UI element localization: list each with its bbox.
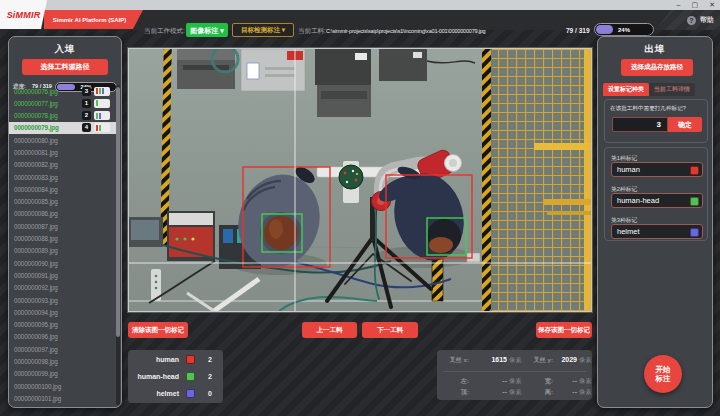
file-name: 0000000095.jpg: [14, 321, 58, 328]
tab-set-mark-types[interactable]: 设置标记种类: [603, 83, 649, 96]
previous-item-button[interactable]: 上一工料: [302, 322, 357, 338]
file-row[interactable]: 0000000090.jpg: [9, 257, 117, 269]
file-name: 00000000100.jpg: [14, 383, 61, 390]
inbound-panel: 入埠 选择工料源路径 进度: 79 / 319 24% 0000000076.j…: [8, 36, 122, 408]
annotation-count-badge: 3: [82, 87, 91, 96]
file-row[interactable]: 0000000077.jpg1: [9, 97, 117, 109]
file-row[interactable]: 00000000101.jpg: [9, 392, 117, 404]
file-row[interactable]: 0000000079.jpg4: [9, 122, 117, 134]
mark-color-swatch[interactable]: [690, 197, 699, 206]
class-color-chip: [94, 87, 110, 96]
file-name: 0000000084.jpg: [14, 186, 58, 193]
coordinates-panel: 叉丝 x: 1615 像素 叉丝 y: 2029 像素 左: -- 像素 宽: …: [437, 350, 592, 400]
file-row[interactable]: 0000000091.jpg: [9, 269, 117, 281]
file-row[interactable]: 0000000078.jpg2: [9, 110, 117, 122]
save-annotations-button[interactable]: 保存该图一切标记: [536, 322, 592, 338]
file-row[interactable]: 0000000085.jpg: [9, 196, 117, 208]
file-name: 0000000078.jpg: [14, 112, 58, 119]
file-row[interactable]: 0000000093.jpg: [9, 294, 117, 306]
unit-label: 像素: [507, 356, 523, 365]
unit-label: 像素: [577, 377, 591, 386]
class-color-chip: [94, 99, 110, 108]
divider: [443, 371, 586, 372]
legend-label: helmet: [156, 390, 179, 397]
box-width-value: --: [553, 377, 577, 386]
mark-name-input[interactable]: human: [611, 162, 703, 177]
workpiece-image: [129, 49, 591, 311]
logo: SiMMIR: [0, 0, 47, 29]
file-name: 0000000093.jpg: [14, 297, 58, 304]
clear-annotations-button[interactable]: 清除该图一切标记: [128, 322, 188, 338]
file-row[interactable]: 0000000087.jpg: [9, 220, 117, 232]
file-list-scrollbar[interactable]: [116, 85, 120, 405]
file-row[interactable]: 0000000080.jpg: [9, 134, 117, 146]
class-color-chip: [94, 123, 110, 132]
file-name: 0000000092.jpg: [14, 284, 58, 291]
select-source-path-button[interactable]: 选择工料源路径: [22, 59, 108, 75]
file-name: 0000000098.jpg: [14, 358, 58, 365]
class-legend: human2human-head2helmet0: [128, 350, 223, 403]
file-name: 0000000091.jpg: [14, 272, 58, 279]
file-row[interactable]: 0000000094.jpg: [9, 306, 117, 318]
file-row[interactable]: 0000000083.jpg: [9, 171, 117, 183]
file-row[interactable]: 0000000076.jpg3: [9, 85, 117, 97]
maximize-icon[interactable]: ▢: [692, 0, 699, 10]
file-name: 0000000089.jpg: [14, 247, 58, 254]
mark-color-swatch[interactable]: [690, 228, 699, 237]
hazard-bracket: [432, 259, 443, 301]
toolbar-progress-bar: 24%: [594, 23, 654, 36]
scrollbar-thumb[interactable]: [116, 87, 120, 337]
mark-name-input[interactable]: human-head: [611, 193, 703, 208]
file-row[interactable]: 0000000089.jpg: [9, 245, 117, 257]
start-annotation-button[interactable]: 开始 标注: [644, 355, 682, 393]
mode-label: 当前工作模式:: [144, 27, 185, 36]
mode-detect-button[interactable]: 目标检测标注 ▾: [232, 23, 294, 37]
file-row[interactable]: 0000000097.jpg: [9, 343, 117, 355]
label-count-question: 在该批工料中需要打几种标记?: [610, 105, 686, 113]
unit-label: 像素: [577, 356, 591, 365]
mark-name-input[interactable]: helmet: [611, 224, 703, 239]
close-icon[interactable]: ✕: [709, 0, 715, 10]
box-top-label: 顶:: [437, 388, 469, 397]
file-row[interactable]: 0000000082.jpg: [9, 159, 117, 171]
file-name: 0000000090.jpg: [14, 260, 58, 267]
legend-color-swatch: [186, 355, 195, 364]
box-width-label: 宽:: [523, 377, 553, 386]
file-row[interactable]: 00000000100.jpg: [9, 380, 117, 392]
legend-color-swatch: [186, 372, 195, 381]
legend-row: helmet0: [128, 386, 223, 402]
app-title-banner: Simmir AI Platform (SAIP): [44, 10, 143, 29]
file-row[interactable]: 0000000086.jpg: [9, 208, 117, 220]
box-left-label: 左:: [437, 377, 469, 386]
file-name: 0000000094.jpg: [14, 309, 58, 316]
image-viewer[interactable]: [128, 48, 592, 312]
next-item-button[interactable]: 下一工料: [362, 322, 418, 338]
mark-color-swatch[interactable]: [690, 166, 699, 175]
help-label[interactable]: 帮助: [700, 15, 714, 25]
tab-current-item-details[interactable]: 当前工料详情: [649, 83, 695, 96]
confirm-button[interactable]: 确定: [668, 117, 702, 132]
label-count-input[interactable]: 3: [612, 117, 668, 132]
file-row[interactable]: 0000000095.jpg: [9, 319, 117, 331]
file-row[interactable]: 0000000092.jpg: [9, 282, 117, 294]
file-row[interactable]: 0000000099.jpg: [9, 368, 117, 380]
file-row[interactable]: 0000000098.jpg: [9, 356, 117, 368]
legend-label: human-head: [137, 373, 179, 380]
window-controls: – ▢ ✕: [677, 0, 715, 10]
file-row[interactable]: 0000000084.jpg: [9, 183, 117, 195]
mode-image-button[interactable]: 图像标注 ▾: [186, 23, 228, 37]
box-height-label: 高:: [523, 388, 553, 397]
select-output-path-button[interactable]: 选择成品存放路径: [621, 59, 693, 76]
window-titlebar: – ▢ ✕: [0, 0, 720, 10]
calibration-board: [339, 165, 363, 189]
minimize-icon[interactable]: –: [677, 0, 681, 10]
crosshair-y-value: 2029: [553, 356, 577, 365]
annotation-count-badge: 4: [82, 123, 91, 132]
file-row[interactable]: 0000000081.jpg: [9, 146, 117, 158]
file-row[interactable]: 0000000088.jpg: [9, 233, 117, 245]
inbound-title: 入埠: [9, 43, 121, 56]
file-row[interactable]: 0000000096.jpg: [9, 331, 117, 343]
file-name: 0000000097.jpg: [14, 346, 58, 353]
unit-label: 像素: [577, 388, 591, 397]
help-icon[interactable]: ?: [687, 16, 696, 25]
